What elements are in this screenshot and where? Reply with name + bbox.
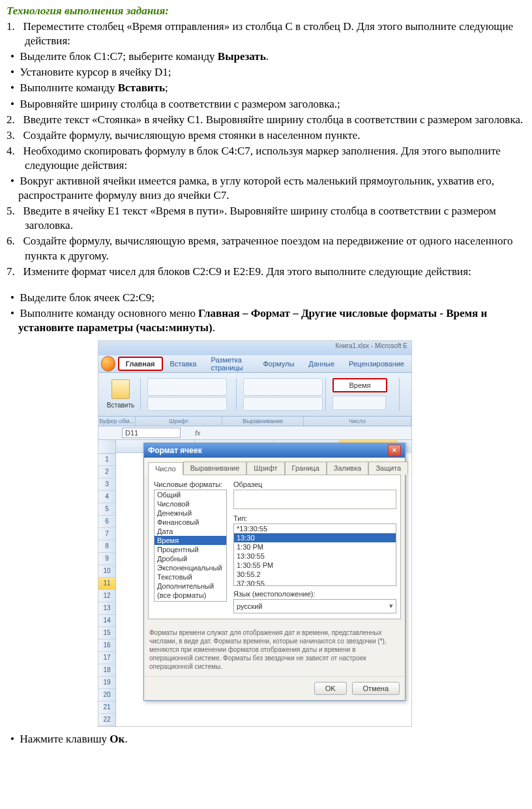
help-text: Форматы времени служат для отображения д… [144, 623, 405, 676]
group-align: Выравнивание [222, 417, 304, 426]
tab-data[interactable]: Данные [301, 357, 342, 370]
bullet-7a: • Выделите блок ячеек С2:С9; [7, 291, 525, 305]
language-select[interactable]: русский [233, 599, 396, 613]
section-title: Технология выполнения задания: [7, 4, 525, 18]
category-label: Числовые форматы: [154, 480, 227, 488]
excel-screenshot: Книга1.xlsx - Microsoft E Главная Вставк… [98, 340, 412, 727]
fx-icon[interactable]: fx [191, 429, 205, 437]
tab-layout[interactable]: Разметка страницы [203, 353, 256, 374]
sample-label: Образец [233, 480, 396, 488]
step-4: 4. Необходимо скопировать формулу в блок… [7, 144, 525, 173]
tab-review[interactable]: Рецензирование [342, 357, 411, 370]
dlg-tab-number[interactable]: Число [148, 462, 183, 475]
tab-formulas[interactable]: Формулы [256, 357, 301, 370]
align-controls[interactable] [243, 378, 323, 396]
tab-insert[interactable]: Вставка [163, 357, 204, 370]
step-3: 3. Создайте формулу, вычисляющую время с… [7, 128, 525, 143]
step-6: 6. Создайте формулу, вычисляющую время, … [7, 234, 525, 263]
dlg-tab-protect[interactable]: Защита [368, 462, 408, 475]
ok-button[interactable]: OK [314, 682, 347, 695]
bullet-1d: • Выровняйте ширину столбца в соответств… [7, 97, 525, 111]
type-list[interactable]: *13:30:5513:301:30 PM13:30:551:30:55 PM3… [233, 523, 396, 586]
bullet-7b: • Выполните команду основного меню Главн… [7, 306, 525, 335]
group-clipboard: Буфер обм... [98, 417, 136, 426]
dlg-tab-font[interactable]: Шрифт [246, 462, 284, 475]
font-controls[interactable] [147, 378, 227, 396]
dlg-tab-align[interactable]: Выравнивание [183, 462, 247, 475]
close-icon[interactable]: × [388, 445, 401, 456]
group-font: Шрифт [136, 417, 222, 426]
dialog-title: Формат ячеек [148, 446, 202, 455]
sample-box [233, 490, 396, 509]
cancel-button[interactable]: Отмена [352, 682, 400, 695]
format-cells-dialog: Формат ячеек× Число Выравнивание Шрифт Г… [143, 443, 406, 701]
bullet-last: • Нажмите клавишу Ок. [7, 732, 525, 746]
dlg-tab-border[interactable]: Граница [285, 462, 327, 475]
office-button[interactable] [101, 356, 115, 372]
category-list[interactable]: ОбщийЧисловойДенежныйФинансовыйДатаВремя… [154, 490, 227, 602]
bullet-1a: • Выделите блок C1:C7; выберите команду … [7, 50, 525, 64]
number-format-selector[interactable]: Время [332, 378, 387, 392]
dlg-tab-fill[interactable]: Заливка [327, 462, 368, 475]
bullet-1b: • Установите курсор в ячейку D1; [7, 65, 525, 80]
tab-home[interactable]: Главная [118, 357, 163, 371]
name-box[interactable]: D11 [122, 428, 181, 438]
bullet-4a: • Вокруг активной ячейки имеется рамка, … [7, 174, 525, 203]
step-5: 5. Введите в ячейку Е1 текст «Время в пу… [7, 204, 525, 233]
paste-icon[interactable] [111, 379, 130, 399]
group-number: Число [304, 417, 411, 426]
step-2: 2. Введите текст «Стоянка» в ячейку С1. … [7, 113, 525, 127]
step-1: 1. Переместите столбец «Время отправлени… [7, 20, 525, 48]
step-7: 7. Измените формат чисел для блоков С2:С… [7, 265, 525, 279]
bullet-1c: • Выполните команду Вставить; [7, 81, 525, 95]
type-label: Тип: [233, 514, 396, 522]
row-headers[interactable]: 12345678910111213141516171819202122 [98, 440, 116, 726]
lang-label: Язык (местоположение): [233, 590, 396, 598]
